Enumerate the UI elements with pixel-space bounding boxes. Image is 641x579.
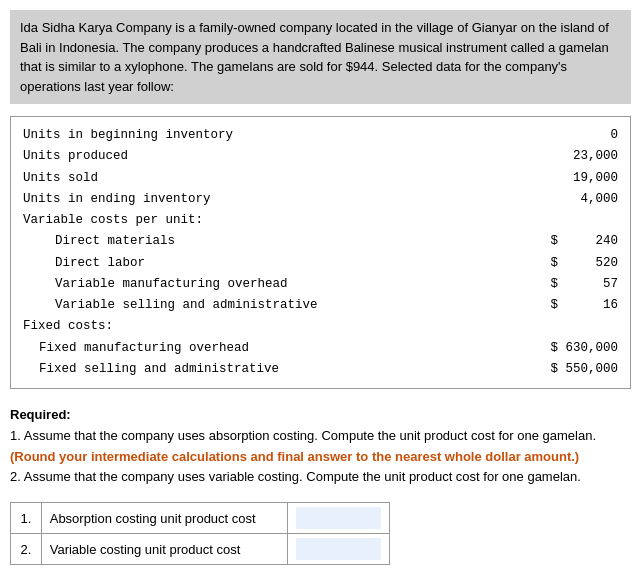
required-label: Required: (10, 407, 71, 422)
row-label: Direct labor (55, 253, 498, 274)
row-number: 2. (11, 534, 42, 565)
table-row: Fixed costs: (23, 316, 618, 337)
table-row: 1. Absorption costing unit product cost (11, 503, 390, 534)
row-label: Variable costing unit product cost (41, 534, 287, 565)
row-value: $ 520 (498, 253, 618, 274)
table-row: Units in beginning inventory 0 (23, 125, 618, 146)
required-section: Required: 1. Assume that the company use… (10, 405, 631, 488)
table-row: 2. Variable costing unit product cost (11, 534, 390, 565)
row-value: 4,000 (498, 189, 618, 210)
row-value: $ 550,000 (498, 359, 618, 380)
required-item1-bold: (Round your intermediate calculations an… (10, 449, 579, 464)
table-row: Units in ending inventory 4,000 (23, 189, 618, 210)
absorption-input-cell (287, 503, 389, 534)
table-row: Variable manufacturing overhead $ 57 (23, 274, 618, 295)
required-item1-normal: 1. Assume that the company uses absorpti… (10, 428, 596, 443)
variable-cost-input[interactable] (296, 538, 381, 560)
table-row: Fixed selling and administrative $ 550,0… (23, 359, 618, 380)
row-label: Fixed costs: (23, 316, 498, 337)
table-row: Units sold 19,000 (23, 168, 618, 189)
table-row: Units produced 23,000 (23, 146, 618, 167)
row-value: 23,000 (498, 146, 618, 167)
row-number: 1. (11, 503, 42, 534)
table-row: Direct materials $ 240 (23, 231, 618, 252)
table-row: Fixed manufacturing overhead $ 630,000 (23, 338, 618, 359)
row-label: Units produced (23, 146, 498, 167)
row-value: 0 (498, 125, 618, 146)
row-value: $ 240 (498, 231, 618, 252)
table-row: Direct labor $ 520 (23, 253, 618, 274)
row-label: Variable costs per unit: (23, 210, 498, 231)
row-label: Absorption costing unit product cost (41, 503, 287, 534)
row-label: Variable manufacturing overhead (55, 274, 498, 295)
row-label: Units in ending inventory (23, 189, 498, 210)
row-value: 19,000 (498, 168, 618, 189)
variable-input-cell (287, 534, 389, 565)
absorption-cost-input[interactable] (296, 507, 381, 529)
row-value: $ 16 (498, 295, 618, 316)
row-value: $ 57 (498, 274, 618, 295)
answer-table: 1. Absorption costing unit product cost … (10, 502, 390, 565)
row-value: $ 630,000 (498, 338, 618, 359)
required-item2: 2. Assume that the company uses variable… (10, 469, 581, 484)
row-value (498, 316, 618, 337)
row-label: Variable selling and administrative (55, 295, 498, 316)
row-label: Fixed selling and administrative (39, 359, 498, 380)
row-label: Units in beginning inventory (23, 125, 498, 146)
data-table: Units in beginning inventory 0 Units pro… (10, 116, 631, 389)
row-value (498, 210, 618, 231)
row-label: Units sold (23, 168, 498, 189)
intro-text: Ida Sidha Karya Company is a family-owne… (10, 10, 631, 104)
table-row: Variable selling and administrative $ 16 (23, 295, 618, 316)
row-label: Direct materials (55, 231, 498, 252)
row-label: Fixed manufacturing overhead (39, 338, 498, 359)
table-row: Variable costs per unit: (23, 210, 618, 231)
